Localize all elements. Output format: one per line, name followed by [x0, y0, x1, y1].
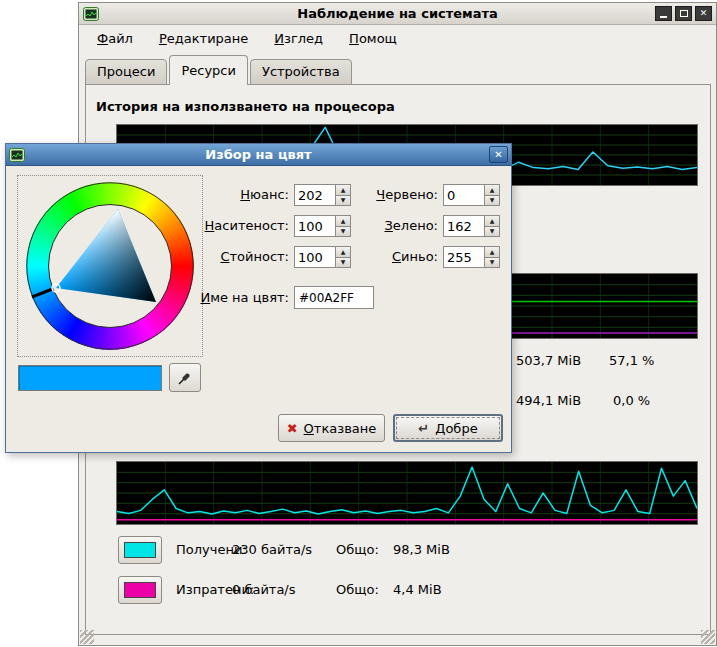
- menubar: Файл Редактиране Изглед Помощ: [79, 26, 716, 51]
- value-spinbox: ▲▼: [294, 246, 351, 268]
- green-label: Зелено:: [351, 218, 438, 233]
- red-label: Червено:: [351, 187, 438, 202]
- resize-grip-left[interactable]: [80, 630, 94, 644]
- hue-down-arrow[interactable]: ▼: [335, 195, 351, 207]
- sent-color-swatch: [124, 582, 156, 598]
- menu-help[interactable]: Помощ: [349, 31, 397, 46]
- received-color-swatch: [124, 542, 156, 558]
- dialog-close-button[interactable]: ✕: [489, 146, 508, 163]
- red-up-arrow[interactable]: ▲: [484, 184, 500, 195]
- hue-up-arrow[interactable]: ▲: [335, 184, 351, 195]
- memory-used-value: 503,7 MiB: [516, 353, 581, 368]
- menu-edit[interactable]: Редактиране: [159, 31, 248, 46]
- main-titlebar[interactable]: Наблюдение на системата ✕: [79, 3, 716, 25]
- red-input[interactable]: [443, 184, 484, 206]
- eyedropper-button[interactable]: [169, 363, 201, 392]
- received-color-button[interactable]: [118, 536, 162, 564]
- saturation-down-arrow[interactable]: ▼: [335, 226, 351, 238]
- red-down-arrow[interactable]: ▼: [484, 195, 500, 207]
- dialog-icon: [9, 148, 25, 162]
- cancel-icon: ✖: [287, 421, 298, 436]
- swap-used-percent: 0,0 %: [613, 393, 650, 408]
- value-label: Стойност:: [196, 249, 289, 264]
- menu-view[interactable]: Изглед: [274, 31, 323, 46]
- screen: Наблюдение на системата ✕ Файл Редактира…: [0, 0, 717, 647]
- sent-rate: 0 байта/s: [232, 582, 296, 597]
- saturation-up-arrow[interactable]: ▲: [335, 215, 351, 226]
- value-up-arrow[interactable]: ▲: [335, 246, 351, 257]
- cpu-history-heading: История на използването на процесора: [96, 99, 395, 114]
- cancel-button-label: Отказване: [304, 421, 377, 436]
- minimize-button[interactable]: [655, 6, 672, 21]
- green-input[interactable]: [443, 215, 484, 237]
- color-name-input[interactable]: [294, 286, 374, 309]
- received-total-label: Общо:: [336, 542, 379, 557]
- saturation-label: Наситеност:: [196, 218, 289, 233]
- memory-used-percent: 57,1 %: [609, 353, 654, 368]
- saturation-spinbox: ▲▼: [294, 215, 351, 237]
- blue-input[interactable]: [443, 246, 484, 268]
- sent-total-label: Общо:: [336, 582, 379, 597]
- app-icon: [83, 7, 99, 21]
- dialog-titlebar[interactable]: Избор на цвят ✕: [6, 144, 511, 166]
- ok-button-label: Добре: [435, 421, 477, 436]
- tab-devices[interactable]: Устройства: [250, 59, 352, 85]
- ok-icon: ↵: [418, 421, 429, 436]
- received-rate: 230 байта/s: [232, 542, 312, 557]
- color-picker-dialog: Избор на цвят ✕: [5, 143, 512, 453]
- eyedropper-icon: [177, 370, 193, 386]
- ok-button[interactable]: ↵ Добре: [393, 414, 503, 442]
- cancel-button[interactable]: ✖ Отказване: [278, 414, 385, 442]
- red-spinbox: ▲▼: [443, 184, 500, 206]
- swap-used-value: 494,1 MiB: [516, 393, 581, 408]
- blue-down-arrow[interactable]: ▼: [484, 257, 500, 269]
- blue-label: Синьо:: [351, 249, 438, 264]
- blue-up-arrow[interactable]: ▲: [484, 246, 500, 257]
- close-button[interactable]: ✕: [695, 6, 712, 21]
- sent-color-button[interactable]: [118, 576, 162, 604]
- resize-grip-right[interactable]: [701, 630, 715, 644]
- tab-processes[interactable]: Процеси: [85, 59, 167, 85]
- window-title: Наблюдение на системата: [79, 6, 716, 21]
- hue-label: Нюанс:: [196, 187, 289, 202]
- network-history-chart: [116, 461, 698, 525]
- value-input[interactable]: [294, 246, 335, 268]
- hue-spinbox: ▲▼: [294, 184, 351, 206]
- blue-spinbox: ▲▼: [443, 246, 500, 268]
- sv-triangle[interactable]: [26, 182, 194, 350]
- menu-file[interactable]: Файл: [97, 31, 133, 46]
- color-preview: [18, 365, 162, 391]
- green-down-arrow[interactable]: ▼: [484, 226, 500, 238]
- notebook-tabs: Процеси Ресурси Устройства: [85, 55, 354, 85]
- value-down-arrow[interactable]: ▼: [335, 257, 351, 269]
- saturation-input[interactable]: [294, 215, 335, 237]
- green-up-arrow[interactable]: ▲: [484, 215, 500, 226]
- hue-input[interactable]: [294, 184, 335, 206]
- color-name-label: Име на цвят:: [176, 290, 289, 305]
- hue-marker: [32, 289, 53, 297]
- sent-total: 4,4 MiB: [393, 582, 442, 597]
- maximize-button[interactable]: [675, 6, 692, 21]
- received-total: 98,3 MiB: [393, 542, 450, 557]
- tab-resources[interactable]: Ресурси: [169, 55, 248, 85]
- dialog-title: Избор на цвят: [6, 147, 511, 162]
- green-spinbox: ▲▼: [443, 215, 500, 237]
